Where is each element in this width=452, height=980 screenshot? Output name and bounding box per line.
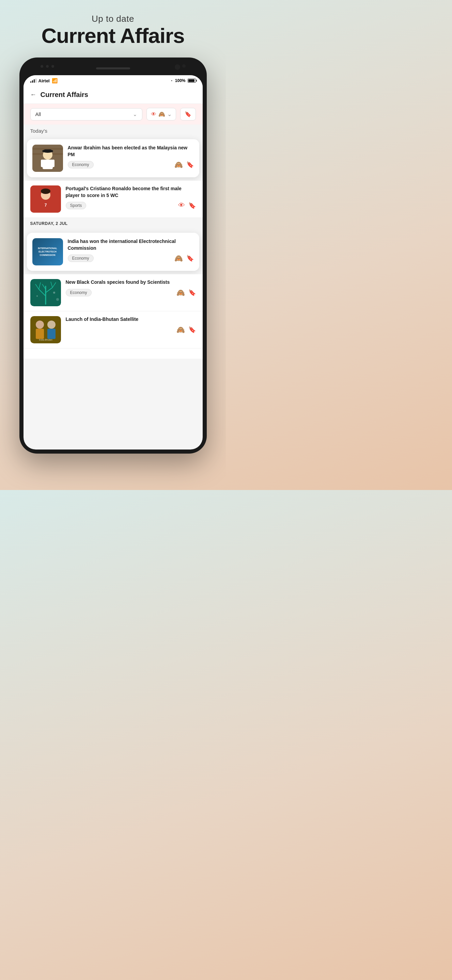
news-thumb-anwar bbox=[32, 145, 63, 172]
news-actions-iec: 🙈 🔖 bbox=[174, 254, 194, 262]
news-footer-ronaldo: Sports 👁 🔖 bbox=[66, 202, 196, 209]
bottom-spacer bbox=[24, 348, 203, 359]
app-header: ← Current Affairs bbox=[24, 86, 203, 104]
view-toggle[interactable]: 👁 🙈 ⌄ bbox=[147, 108, 176, 121]
back-button[interactable]: ← bbox=[30, 91, 37, 98]
speaker bbox=[96, 67, 130, 69]
news-card-satellite[interactable]: India-Bhutan Launch of India-Bhutan Sate… bbox=[24, 311, 203, 348]
news-footer-coral: Economy 🙈 🔖 bbox=[66, 288, 196, 297]
camera-left bbox=[40, 65, 54, 68]
carrier-name: Airtel bbox=[38, 78, 50, 83]
news-title-satellite: Launch of India-Bhutan Satellite bbox=[66, 316, 196, 323]
svg-point-27 bbox=[37, 295, 38, 297]
toggle-chevron-icon: ⌄ bbox=[167, 111, 172, 118]
eye-off-icon-coral[interactable]: 🙈 bbox=[176, 288, 185, 297]
eye-off-icon-iec[interactable]: 🙈 bbox=[174, 254, 183, 262]
news-card-ronaldo[interactable]: 7 Portugal's Cristiano Ronaldo become th… bbox=[24, 181, 203, 218]
category-tag-anwar[interactable]: Economy bbox=[68, 161, 94, 169]
bookmark-icon-satellite[interactable]: 🔖 bbox=[188, 326, 196, 334]
bookmark-filter-button[interactable]: 🔖 bbox=[180, 108, 196, 121]
status-right: ⬝ 100% bbox=[170, 78, 196, 83]
news-content-ronaldo: Portugal's Cristiano Ronaldo become the … bbox=[66, 185, 196, 209]
news-card-iec[interactable]: INTERNATIONALELECTROTECHCOMMISSION India… bbox=[27, 233, 199, 271]
status-bar: Airtel 📶 ⬝ 100% bbox=[24, 75, 203, 86]
svg-point-26 bbox=[53, 292, 55, 294]
wifi-icon: 📶 bbox=[52, 78, 57, 83]
filter-bar: All ⌄ 👁 🙈 ⌄ 🔖 bbox=[24, 104, 203, 124]
bookmark-icon: 🔖 bbox=[185, 111, 192, 118]
phone-notch bbox=[24, 62, 203, 75]
news-actions-ronaldo: 👁 🔖 bbox=[178, 202, 196, 209]
news-thumb-ronaldo: 7 bbox=[30, 185, 61, 213]
camera-right bbox=[175, 64, 186, 70]
svg-point-28 bbox=[56, 298, 59, 301]
category-tag-coral[interactable]: Economy bbox=[66, 289, 92, 296]
news-actions-coral: 🙈 🔖 bbox=[176, 288, 196, 297]
svg-rect-9 bbox=[52, 159, 54, 167]
status-left: Airtel 📶 bbox=[30, 78, 57, 83]
app-header-title: Current Affairs bbox=[40, 91, 88, 99]
category-tag-ronaldo[interactable]: Sports bbox=[66, 202, 86, 209]
phone-screen: Airtel 📶 ⬝ 100% ← Current Affairs All ⌄ bbox=[24, 75, 203, 450]
news-content-anwar: Anwar Ibrahim has been elected as the Ma… bbox=[68, 145, 194, 172]
svg-text:India-Bhutan: India-Bhutan bbox=[39, 339, 53, 341]
section-todays: Today's bbox=[24, 124, 203, 136]
date-separator: SATURDAY, 2 JUL bbox=[24, 218, 203, 229]
svg-rect-8 bbox=[41, 159, 43, 167]
battery-pct: 100% bbox=[175, 78, 186, 83]
page-title: Current Affairs bbox=[41, 24, 184, 47]
svg-rect-7 bbox=[43, 159, 53, 169]
news-title-iec: India has won the international Electrot… bbox=[68, 238, 194, 251]
category-tag-iec[interactable]: Economy bbox=[68, 255, 94, 262]
eye-off-action-icon[interactable]: 🙈 bbox=[174, 161, 183, 169]
eye-action-icon-active[interactable]: 👁 bbox=[178, 202, 185, 209]
svg-point-15 bbox=[41, 189, 50, 194]
news-content-iec: India has won the international Electrot… bbox=[68, 238, 194, 266]
bluetooth-icon: ⬝ bbox=[170, 78, 173, 83]
bookmark-action-icon[interactable]: 🔖 bbox=[186, 161, 194, 169]
news-title-anwar: Anwar Ibrahim has been elected as the Ma… bbox=[68, 145, 194, 158]
news-thumb-coral bbox=[30, 279, 61, 306]
svg-text:7: 7 bbox=[44, 203, 47, 208]
news-actions-satellite: 🙈 🔖 bbox=[176, 326, 196, 334]
chevron-down-icon: ⌄ bbox=[133, 111, 137, 118]
news-title-ronaldo: Portugal's Cristiano Ronaldo become the … bbox=[66, 185, 196, 199]
battery-icon bbox=[188, 79, 196, 83]
phone-mockup: Airtel 📶 ⬝ 100% ← Current Affairs All ⌄ bbox=[19, 57, 207, 453]
news-footer-satellite: 🙈 🔖 bbox=[66, 326, 196, 334]
headline-area: Up to date Current Affairs bbox=[34, 14, 191, 47]
iec-logo-text: INTERNATIONALELECTROTECHCOMMISSION bbox=[37, 245, 59, 258]
eye-icon: 👁 bbox=[151, 111, 157, 118]
news-card-coral[interactable]: New Black Corals species found by Scient… bbox=[24, 274, 203, 311]
news-footer-iec: Economy 🙈 🔖 bbox=[68, 254, 194, 262]
eye-off-icon: 🙈 bbox=[158, 111, 165, 118]
bookmark-icon-coral[interactable]: 🔖 bbox=[188, 289, 196, 296]
news-title-coral: New Black Corals species found by Scient… bbox=[66, 279, 196, 286]
svg-rect-6 bbox=[44, 150, 51, 152]
svg-rect-14 bbox=[50, 200, 53, 207]
svg-rect-13 bbox=[38, 200, 41, 207]
news-thumb-iec: INTERNATIONALELECTROTECHCOMMISSION bbox=[32, 238, 63, 266]
signal-icon bbox=[30, 79, 37, 83]
news-actions-anwar: 🙈 🔖 bbox=[174, 161, 194, 169]
dropdown-value: All bbox=[35, 111, 41, 117]
bookmark-icon-iec[interactable]: 🔖 bbox=[186, 255, 194, 262]
news-card-anwar[interactable]: Anwar Ibrahim has been elected as the Ma… bbox=[27, 139, 199, 177]
news-thumb-satellite: India-Bhutan bbox=[30, 316, 61, 343]
page-subtitle: Up to date bbox=[41, 14, 184, 24]
bookmark-action-icon-active[interactable]: 🔖 bbox=[188, 202, 196, 209]
news-footer-anwar: Economy 🙈 🔖 bbox=[68, 161, 194, 169]
eye-off-icon-satellite[interactable]: 🙈 bbox=[176, 326, 185, 334]
category-dropdown[interactable]: All ⌄ bbox=[30, 108, 142, 121]
news-content-satellite: Launch of India-Bhutan Satellite 🙈 🔖 bbox=[66, 316, 196, 334]
news-content-coral: New Black Corals species found by Scient… bbox=[66, 279, 196, 297]
